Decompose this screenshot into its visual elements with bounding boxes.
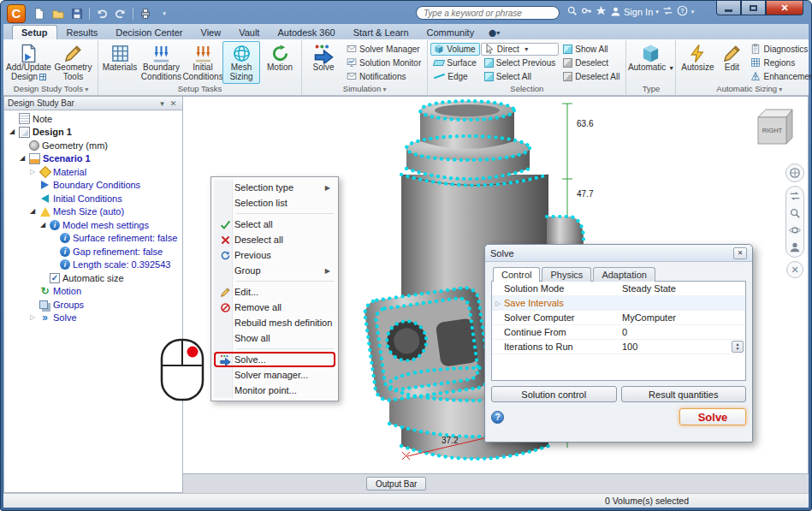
tree-item-length-scale[interactable]: Length scale: 0.392543 <box>4 258 182 272</box>
pan-icon[interactable] <box>789 190 801 202</box>
row-solver-computer[interactable]: Solver ComputerMyComputer <box>492 311 745 325</box>
iterations-spinner[interactable]: ▲▼ <box>732 341 744 353</box>
tab-control[interactable]: Control <box>493 267 540 282</box>
solution-monitor-button[interactable]: Solution Monitor <box>343 56 424 69</box>
tab-decision-center[interactable]: Decision Center <box>107 26 191 39</box>
select-surface-button[interactable]: Surface <box>430 56 479 69</box>
menu-item-selection-list[interactable]: Selection list <box>214 195 335 211</box>
menu-item-solve[interactable]: Solve... <box>214 352 335 367</box>
close-navbar-icon[interactable]: ✕ <box>786 261 803 278</box>
tree-item-motion[interactable]: Motion <box>4 285 182 299</box>
steering-wheel-icon[interactable] <box>785 163 804 182</box>
exchange-icon[interactable] <box>662 5 673 18</box>
menu-item-previous[interactable]: Previous <box>214 247 335 263</box>
zoom-icon[interactable] <box>789 207 801 219</box>
help-chevron-icon[interactable]: ▾ <box>691 9 695 15</box>
tree-item-automatic-size[interactable]: Automatic size <box>4 271 182 285</box>
menu-item-deselect-all[interactable]: Deselect all <box>214 232 335 247</box>
group-label-design-study-tools[interactable]: Design Study Tools <box>6 84 96 95</box>
tab-adaptation[interactable]: Adaptation <box>593 267 655 282</box>
dialog-help-icon[interactable]: ? <box>491 411 504 424</box>
panel-menu-chevron-icon[interactable]: ▾ <box>157 99 168 108</box>
expander-icon[interactable] <box>28 313 37 322</box>
tree-item-initial-conditions[interactable]: Initial Conditions <box>4 192 182 205</box>
tree-item-mesh-size[interactable]: Mesh Size (auto) <box>4 205 182 219</box>
boundary-conditions-button[interactable]: Boundary Conditions <box>139 41 183 84</box>
motion-button[interactable]: Motion <box>261 41 299 84</box>
search-icon[interactable] <box>566 5 578 18</box>
geometry-tools-button[interactable]: Geometry Tools <box>51 41 95 84</box>
row-save-intervals[interactable]: ▷Save Intervals <box>492 296 745 311</box>
direct-select-dropdown[interactable]: Direct ▼ <box>481 43 559 56</box>
select-edge-button[interactable]: Edge <box>430 70 479 83</box>
app-logo-icon[interactable]: C <box>7 4 26 23</box>
tree-item-material[interactable]: Material <box>4 165 182 179</box>
enhancement-button[interactable]: Enhancement <box>747 70 812 83</box>
deselect-all-button[interactable]: Deselect All <box>560 70 623 83</box>
solver-manager-button[interactable]: Solver Manager <box>343 43 424 56</box>
diagnostics-button[interactable]: Diagnostics <box>747 43 812 56</box>
expander-icon[interactable] <box>39 221 47 229</box>
row-iterations-to-run[interactable]: Iterations to Run100▲▼ <box>492 340 745 354</box>
tab-start-learn[interactable]: Start & Learn <box>345 26 418 39</box>
help-icon[interactable] <box>677 5 688 18</box>
menu-item-monitor-point[interactable]: Monitor point... <box>214 383 335 398</box>
solution-control-button[interactable]: Solution control <box>491 386 617 402</box>
save-icon[interactable] <box>68 5 86 21</box>
expander-icon[interactable] <box>18 154 27 163</box>
automatic-type-button[interactable]: Automatic ▼ <box>629 41 673 84</box>
menu-item-remove-all[interactable]: Remove all <box>214 300 335 315</box>
deselect-button[interactable]: Deselect <box>560 56 623 69</box>
initial-conditions-button[interactable]: Initial Conditions <box>184 41 222 84</box>
tree-item-note[interactable]: Note <box>4 112 182 126</box>
tree-item-surface-refinement[interactable]: Surface refinement: false <box>4 232 182 246</box>
select-previous-button[interactable]: Select Previous <box>481 56 559 69</box>
redo-icon[interactable] <box>112 5 129 21</box>
tab-setup[interactable]: Setup <box>12 25 57 39</box>
autosize-button[interactable]: Autosize <box>679 41 716 84</box>
tree-item-scenario-1[interactable]: Scenario 1 <box>4 152 182 166</box>
print-icon[interactable] <box>137 5 154 21</box>
tab-results[interactable]: Results <box>58 26 107 39</box>
add-update-design-button[interactable]: Add/Update Design <box>7 41 50 84</box>
materials-button[interactable]: Materials <box>101 41 139 84</box>
close-button[interactable]: ✕ <box>766 1 803 15</box>
group-label-automatic-sizing[interactable]: Automatic Sizing <box>678 84 812 95</box>
favorites-star-icon[interactable] <box>596 5 607 18</box>
select-volume-button[interactable]: Volume <box>430 43 479 56</box>
output-bar-button[interactable]: Output Bar <box>366 477 426 490</box>
dialog-solve-button[interactable]: Solve <box>679 408 746 425</box>
expander-icon[interactable] <box>28 207 37 216</box>
ribbon-options-chevron-icon[interactable]: ⬤▾ <box>489 29 500 37</box>
tree-item-groups[interactable]: Groups <box>4 298 182 312</box>
edit-sizing-button[interactable]: Edit <box>717 41 746 84</box>
menu-item-selection-type[interactable]: Selection type▶ <box>214 180 335 195</box>
orbit-icon[interactable] <box>789 224 801 236</box>
menu-item-group[interactable]: Group▶ <box>214 263 335 278</box>
tree-item-geometry[interactable]: Geometry (mm) <box>4 139 182 152</box>
mesh-sizing-button[interactable]: Mesh Sizing <box>222 41 260 84</box>
tree-item-model-mesh-settings[interactable]: Model mesh settings <box>4 218 182 232</box>
undo-icon[interactable] <box>93 5 110 21</box>
expander-icon[interactable] <box>28 168 37 176</box>
tab-vault[interactable]: Vault <box>230 26 268 39</box>
look-icon[interactable] <box>789 241 801 253</box>
maximize-button[interactable] <box>741 1 766 15</box>
viewport[interactable]: 63.6 47.7 37.2 RIGHT <box>183 96 809 474</box>
regions-button[interactable]: Regions <box>747 56 812 69</box>
tree-item-design-1[interactable]: Design 1 <box>4 126 182 140</box>
expander-icon[interactable] <box>8 128 16 136</box>
tab-autodesk-360[interactable]: Autodesk 360 <box>269 26 343 39</box>
solve-button[interactable]: Solve <box>305 41 342 84</box>
checked-checkbox-icon[interactable] <box>50 273 60 283</box>
sign-in-button[interactable]: Sign In ▾ <box>610 6 659 17</box>
show-all-button[interactable]: Show All <box>560 43 623 56</box>
menu-item-rebuild-mesh-definition[interactable]: Rebuild mesh definition <box>214 315 335 330</box>
tab-community[interactable]: Community <box>418 26 483 39</box>
result-quantities-button[interactable]: Result quantities <box>621 386 747 402</box>
notifications-button[interactable]: Notifications <box>343 70 424 83</box>
menu-item-show-all[interactable]: Show all <box>214 330 335 346</box>
new-file-icon[interactable] <box>31 5 48 21</box>
row-solution-mode[interactable]: Solution ModeSteady State <box>492 282 745 296</box>
toolbar-options-chevron-icon[interactable]: ▾ <box>156 5 173 21</box>
